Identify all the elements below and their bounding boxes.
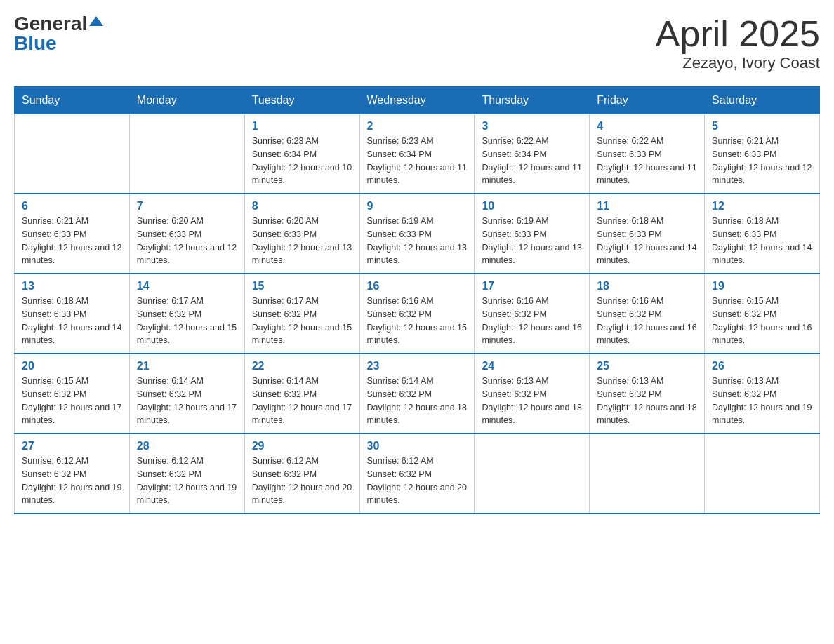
- calendar-cell: 22Sunrise: 6:14 AMSunset: 6:32 PMDayligh…: [244, 354, 359, 434]
- day-number: 27: [22, 440, 122, 452]
- calendar-cell: 7Sunrise: 6:20 AMSunset: 6:33 PMDaylight…: [129, 194, 244, 274]
- day-number: 25: [597, 360, 697, 373]
- day-number: 8: [252, 200, 352, 213]
- day-number: 19: [712, 280, 812, 293]
- day-info: Sunrise: 6:16 AMSunset: 6:32 PMDaylight:…: [367, 295, 468, 347]
- logo: General Blue: [14, 14, 103, 53]
- calendar-cell: 23Sunrise: 6:14 AMSunset: 6:32 PMDayligh…: [359, 354, 475, 434]
- calendar-cell: 24Sunrise: 6:13 AMSunset: 6:32 PMDayligh…: [475, 354, 590, 434]
- day-number: 7: [137, 200, 237, 213]
- day-info: Sunrise: 6:23 AMSunset: 6:34 PMDaylight:…: [252, 135, 352, 187]
- logo-general-text: General: [14, 14, 87, 34]
- calendar-cell: 26Sunrise: 6:13 AMSunset: 6:32 PMDayligh…: [705, 354, 820, 434]
- day-info: Sunrise: 6:20 AMSunset: 6:33 PMDaylight:…: [252, 215, 352, 267]
- day-info: Sunrise: 6:12 AMSunset: 6:32 PMDaylight:…: [367, 455, 468, 507]
- weekday-header-row: SundayMondayTuesdayWednesdayThursdayFrid…: [15, 87, 820, 114]
- day-number: 12: [712, 200, 812, 213]
- day-info: Sunrise: 6:22 AMSunset: 6:34 PMDaylight:…: [482, 135, 582, 187]
- calendar-cell: 14Sunrise: 6:17 AMSunset: 6:32 PMDayligh…: [129, 274, 244, 354]
- calendar-cell: 8Sunrise: 6:20 AMSunset: 6:33 PMDaylight…: [244, 194, 359, 274]
- calendar-cell: 17Sunrise: 6:16 AMSunset: 6:32 PMDayligh…: [475, 274, 590, 354]
- day-number: 10: [482, 200, 582, 213]
- calendar-week-5: 27Sunrise: 6:12 AMSunset: 6:32 PMDayligh…: [15, 434, 820, 514]
- day-info: Sunrise: 6:16 AMSunset: 6:32 PMDaylight:…: [597, 295, 697, 347]
- day-number: 23: [367, 360, 468, 373]
- day-number: 4: [597, 120, 697, 133]
- day-number: 16: [367, 280, 468, 293]
- day-number: 3: [482, 120, 582, 133]
- day-number: 2: [367, 120, 468, 133]
- calendar-cell: 29Sunrise: 6:12 AMSunset: 6:32 PMDayligh…: [244, 434, 359, 514]
- day-number: 29: [252, 440, 352, 452]
- day-info: Sunrise: 6:13 AMSunset: 6:32 PMDaylight:…: [482, 375, 582, 427]
- calendar-cell: 21Sunrise: 6:14 AMSunset: 6:32 PMDayligh…: [129, 354, 244, 434]
- calendar-table: SundayMondayTuesdayWednesdayThursdayFrid…: [14, 86, 820, 514]
- calendar-header: SundayMondayTuesdayWednesdayThursdayFrid…: [15, 87, 820, 114]
- month-title: April 2025: [656, 14, 820, 54]
- weekday-header-monday: Monday: [129, 87, 244, 114]
- day-number: 17: [482, 280, 582, 293]
- day-number: 15: [252, 280, 352, 293]
- day-info: Sunrise: 6:13 AMSunset: 6:32 PMDaylight:…: [597, 375, 697, 427]
- calendar-cell: 20Sunrise: 6:15 AMSunset: 6:32 PMDayligh…: [15, 354, 130, 434]
- day-info: Sunrise: 6:17 AMSunset: 6:32 PMDaylight:…: [137, 295, 237, 347]
- weekday-header-sunday: Sunday: [15, 87, 130, 114]
- day-info: Sunrise: 6:21 AMSunset: 6:33 PMDaylight:…: [22, 215, 122, 267]
- day-number: 24: [482, 360, 582, 373]
- day-number: 11: [597, 200, 697, 213]
- day-number: 30: [367, 440, 468, 452]
- day-info: Sunrise: 6:12 AMSunset: 6:32 PMDaylight:…: [137, 455, 237, 507]
- calendar-cell: 3Sunrise: 6:22 AMSunset: 6:34 PMDaylight…: [475, 114, 590, 194]
- calendar-cell: [590, 434, 705, 514]
- day-info: Sunrise: 6:14 AMSunset: 6:32 PMDaylight:…: [137, 375, 237, 427]
- day-info: Sunrise: 6:12 AMSunset: 6:32 PMDaylight:…: [22, 455, 122, 507]
- calendar-cell: 30Sunrise: 6:12 AMSunset: 6:32 PMDayligh…: [359, 434, 475, 514]
- day-number: 5: [712, 120, 812, 133]
- day-number: 20: [22, 360, 122, 373]
- logo-blue-text: Blue: [14, 34, 57, 53]
- day-info: Sunrise: 6:18 AMSunset: 6:33 PMDaylight:…: [712, 215, 812, 267]
- day-number: 22: [252, 360, 352, 373]
- day-info: Sunrise: 6:14 AMSunset: 6:32 PMDaylight:…: [367, 375, 468, 427]
- weekday-header-tuesday: Tuesday: [244, 87, 359, 114]
- calendar-week-1: 1Sunrise: 6:23 AMSunset: 6:34 PMDaylight…: [15, 114, 820, 194]
- calendar-cell: 19Sunrise: 6:15 AMSunset: 6:32 PMDayligh…: [705, 274, 820, 354]
- day-info: Sunrise: 6:19 AMSunset: 6:33 PMDaylight:…: [482, 215, 582, 267]
- calendar-week-4: 20Sunrise: 6:15 AMSunset: 6:32 PMDayligh…: [15, 354, 820, 434]
- calendar-cell: 28Sunrise: 6:12 AMSunset: 6:32 PMDayligh…: [129, 434, 244, 514]
- day-number: 9: [367, 200, 468, 213]
- calendar-cell: 2Sunrise: 6:23 AMSunset: 6:34 PMDaylight…: [359, 114, 475, 194]
- day-info: Sunrise: 6:20 AMSunset: 6:33 PMDaylight:…: [137, 215, 237, 267]
- day-info: Sunrise: 6:22 AMSunset: 6:33 PMDaylight:…: [597, 135, 697, 187]
- title-block: April 2025 Zezayo, Ivory Coast: [656, 14, 820, 72]
- calendar-cell: [705, 434, 820, 514]
- page-header: General Blue April 2025 Zezayo, Ivory Co…: [14, 14, 820, 72]
- weekday-header-saturday: Saturday: [705, 87, 820, 114]
- calendar-cell: 18Sunrise: 6:16 AMSunset: 6:32 PMDayligh…: [590, 274, 705, 354]
- calendar-cell: [475, 434, 590, 514]
- day-info: Sunrise: 6:14 AMSunset: 6:32 PMDaylight:…: [252, 375, 352, 427]
- weekday-header-friday: Friday: [590, 87, 705, 114]
- day-number: 26: [712, 360, 812, 373]
- day-info: Sunrise: 6:18 AMSunset: 6:33 PMDaylight:…: [597, 215, 697, 267]
- calendar-week-2: 6Sunrise: 6:21 AMSunset: 6:33 PMDaylight…: [15, 194, 820, 274]
- calendar-cell: 25Sunrise: 6:13 AMSunset: 6:32 PMDayligh…: [590, 354, 705, 434]
- calendar-cell: 9Sunrise: 6:19 AMSunset: 6:33 PMDaylight…: [359, 194, 475, 274]
- day-number: 14: [137, 280, 237, 293]
- day-info: Sunrise: 6:17 AMSunset: 6:32 PMDaylight:…: [252, 295, 352, 347]
- day-number: 21: [137, 360, 237, 373]
- calendar-cell: 27Sunrise: 6:12 AMSunset: 6:32 PMDayligh…: [15, 434, 130, 514]
- calendar-cell: 1Sunrise: 6:23 AMSunset: 6:34 PMDaylight…: [244, 114, 359, 194]
- calendar-cell: 6Sunrise: 6:21 AMSunset: 6:33 PMDaylight…: [15, 194, 130, 274]
- location-text: Zezayo, Ivory Coast: [656, 54, 820, 72]
- calendar-cell: 11Sunrise: 6:18 AMSunset: 6:33 PMDayligh…: [590, 194, 705, 274]
- day-info: Sunrise: 6:13 AMSunset: 6:32 PMDaylight:…: [712, 375, 812, 427]
- day-info: Sunrise: 6:21 AMSunset: 6:33 PMDaylight:…: [712, 135, 812, 187]
- calendar-cell: 15Sunrise: 6:17 AMSunset: 6:32 PMDayligh…: [244, 274, 359, 354]
- day-info: Sunrise: 6:19 AMSunset: 6:33 PMDaylight:…: [367, 215, 468, 267]
- day-info: Sunrise: 6:15 AMSunset: 6:32 PMDaylight:…: [22, 375, 122, 427]
- day-number: 13: [22, 280, 122, 293]
- day-number: 6: [22, 200, 122, 213]
- calendar-cell: 16Sunrise: 6:16 AMSunset: 6:32 PMDayligh…: [359, 274, 475, 354]
- calendar-cell: [15, 114, 130, 194]
